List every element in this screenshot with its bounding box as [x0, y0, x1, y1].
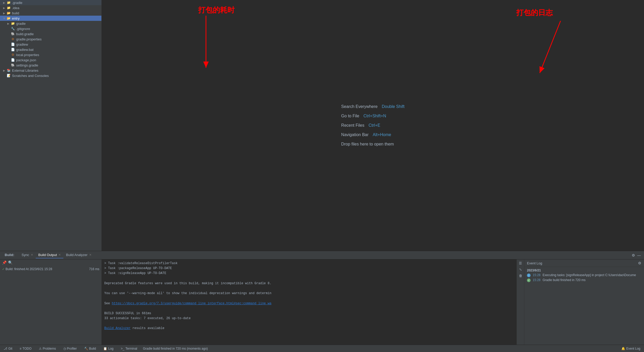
event-log-gear[interactable]: ⚙ — [638, 261, 641, 265]
problems-icon: ⚠ — [39, 347, 42, 350]
sidebar-item-gradle-child[interactable]: ▶ 📁 gradle — [0, 21, 101, 26]
hint-label-dropfiles: Drop files here to open them — [341, 142, 394, 147]
delete-icon[interactable]: 🗑 — [518, 273, 523, 278]
build-label-status: Build — [89, 347, 96, 350]
sidebar-item-scratches[interactable]: 📝 Scratches and Consoles — [0, 73, 101, 78]
sidebar-item-gradlew[interactable]: 📄 gradlew — [0, 42, 101, 47]
sidebar-label-idea: .idea — [12, 6, 19, 10]
sidebar-label-dotgradle: .gradle — [12, 1, 22, 5]
hint-shortcut-goto: Ctrl+Shift+N — [363, 114, 386, 118]
sidebar-label-package-json: package.json — [16, 58, 36, 62]
sidebar-item-build[interactable]: ▶ 📂 build — [0, 10, 101, 16]
log-icon: 📋 — [103, 347, 107, 350]
sidebar-label-build-gradle: build.gradle — [16, 32, 34, 36]
hint-shortcut-search: Double Shift — [382, 104, 404, 109]
sidebar-item-gitignore[interactable]: 🔧 .gitignore — [0, 26, 101, 31]
build-output[interactable]: > Task :validateReleaseDistProfilerTask … — [102, 259, 517, 345]
output-line-6: See https://docs.gradle.org/7.3/userguid… — [104, 301, 514, 306]
sidebar-item-build-gradle[interactable]: 🐘 build.gradle — [0, 31, 101, 37]
tab-sync[interactable]: Sync ✕ — [19, 252, 36, 258]
sidebar-label-build: build — [12, 11, 19, 15]
build-status: ✓ Build: finished At 2023/6/21 15:28 716… — [0, 266, 101, 272]
build-left: 📌 🔍 ✓ Build: finished At 2023/6/21 15:28… — [0, 259, 102, 345]
output-line-3: > Task :signReleaseApp UP-TO-DATE — [104, 271, 514, 276]
expand-arrow-dotgradle: ▶ — [2, 1, 6, 4]
sidebar-item-package-json[interactable]: 📄 package.json — [0, 57, 101, 63]
sidebar-item-entry[interactable]: ▼ 📂 entry — [0, 16, 101, 21]
sidebar-label-scratches: Scratches and Consoles — [12, 74, 49, 78]
profiler-label: Profiler — [67, 347, 77, 350]
build-icon: 🔨 — [84, 347, 88, 350]
build-analyzer-link[interactable]: Build Analyzer — [104, 326, 131, 330]
expand-all-icon[interactable]: ⤡ — [518, 267, 523, 272]
panel-minimize-icon[interactable]: — — [636, 253, 642, 257]
event-log-status-label: Event Log — [626, 347, 640, 350]
file-icon-gradlew: 📄 — [10, 42, 15, 46]
sidebar-item-dotgradle[interactable]: ▶ 📁 .gradle — [0, 0, 101, 5]
sidebar-item-local-properties[interactable]: ⚙ local.properties — [0, 52, 101, 57]
sidebar-label-gradle-properties: gradle.properties — [16, 37, 42, 41]
sync-icon[interactable]: 🔍 — [8, 260, 13, 265]
hint-label-goto: Go to File — [341, 114, 359, 118]
gradle-docs-link[interactable]: https://docs.gradle.org/7.3/userguide/co… — [112, 302, 271, 305]
status-git[interactable]: ⎇ Git — [2, 346, 14, 351]
status-log[interactable]: 📋 Log — [102, 346, 115, 351]
output-results-text: results available — [132, 326, 164, 330]
panel-settings-icon[interactable]: ⚙ — [631, 253, 636, 257]
event-text-2: Gradle build finished in 720 ms — [543, 278, 586, 282]
bottom-panel: Build: Sync ✕ Build Output ✕ Build Analy… — [0, 251, 644, 345]
status-todo[interactable]: ≡ TODO — [18, 346, 33, 351]
file-icon-gradle-properties: ⚙ — [10, 37, 15, 41]
sidebar: ▶ 📁 .gradle ▶ 📁 .idea ▶ 📂 build ▼ 📂 entr… — [0, 0, 102, 251]
status-problems[interactable]: ⚠ Problems — [37, 346, 58, 351]
problems-label: Problems — [43, 347, 56, 350]
status-profiler[interactable]: ◷ Profiler — [62, 346, 78, 351]
sidebar-item-settings-gradle[interactable]: 🐘 settings.gradle — [0, 63, 101, 68]
sidebar-item-gradlew-bat[interactable]: 📄 gradlew.bat — [0, 47, 101, 52]
expand-arrow-gradle-child: ▶ — [6, 22, 10, 25]
sidebar-label-gradlew: gradlew — [16, 43, 28, 46]
annotation-build-log: 打包的日志 — [516, 8, 553, 18]
sidebar-item-idea[interactable]: ▶ 📁 .idea — [0, 5, 101, 10]
output-empty-4 — [104, 306, 514, 311]
output-empty-2 — [104, 286, 514, 291]
filter-icon[interactable]: ☰ — [518, 260, 523, 266]
tab-build-analyzer[interactable]: Build Analyzer ✕ — [63, 252, 94, 258]
expand-arrow-entry: ▼ — [2, 17, 6, 20]
hint-row-search: Search Everywhere Double Shift — [341, 104, 405, 109]
tab-build-output[interactable]: Build Output ✕ — [36, 252, 64, 258]
event-date: 2023/6/21 — [527, 269, 641, 272]
status-build[interactable]: 🔨 Build — [83, 346, 98, 351]
icon-scratches: 📝 — [6, 74, 11, 78]
file-icon-gitignore: 🔧 — [10, 27, 15, 31]
tab-build-analyzer-close[interactable]: ✕ — [89, 253, 92, 257]
output-empty-1 — [104, 276, 514, 281]
tab-build-output-label: Build Output — [38, 253, 57, 257]
build-left-actions: 📌 🔍 — [0, 259, 101, 266]
event-row-1: i 15:28 Executing tasks: [signReleaseApp… — [527, 273, 641, 277]
git-label: Git — [8, 347, 12, 350]
tab-sync-close[interactable]: ✕ — [31, 253, 33, 257]
arrow-build-log — [519, 21, 571, 78]
status-bar-right: 🔔 Event Log — [620, 346, 642, 351]
pin-icon[interactable]: 📌 — [2, 260, 7, 265]
status-event-log[interactable]: 🔔 Event Log — [620, 346, 642, 351]
event-icon-ok-2: ✓ — [527, 278, 531, 282]
hint-shortcut-navbar: Alt+Home — [373, 132, 391, 137]
main-area: ▶ 📁 .gradle ▶ 📁 .idea ▶ 📂 build ▼ 📂 entr… — [0, 0, 644, 251]
tab-build-label: Build: — [2, 252, 19, 258]
annotation-build-time: 打包的耗时 — [198, 5, 235, 15]
file-icon-build-gradle: 🐘 — [10, 32, 15, 36]
build-status-text: Build: finished At 2023/6/21 15:28 — [5, 267, 52, 271]
output-line-4: Deprecated Gradle features were used in … — [104, 281, 514, 286]
status-terminal[interactable]: >_ Terminal — [119, 346, 139, 351]
expand-arrow-idea: ▶ — [2, 7, 6, 9]
sidebar-item-gradle-properties[interactable]: ⚙ gradle.properties — [0, 37, 101, 42]
build-output-toolbar: ☰ ⤡ 🗑 — [517, 259, 524, 345]
sidebar-label-gitignore: .gitignore — [16, 27, 30, 31]
tab-build-output-close[interactable]: ✕ — [58, 253, 61, 257]
hint-label-navbar: Navigation Bar — [341, 132, 369, 137]
sidebar-item-external-libraries[interactable]: ▶ 📚 External Libraries — [0, 68, 101, 73]
output-line-1: > Task :validateReleaseDistProfilerTask — [104, 261, 514, 266]
hint-row-dropfiles: Drop files here to open them — [341, 142, 405, 147]
